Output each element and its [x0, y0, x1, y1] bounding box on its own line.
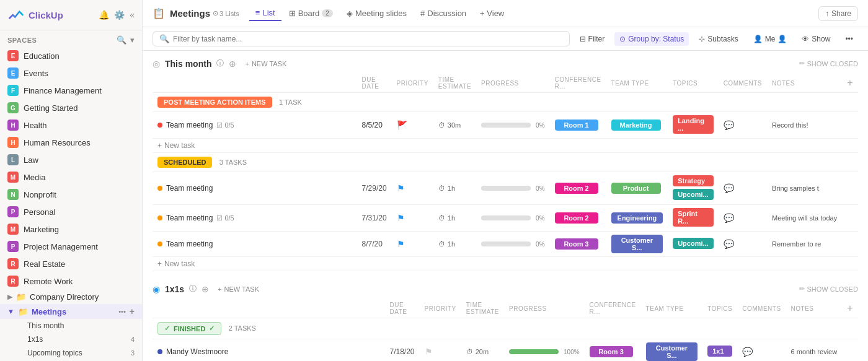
comment-icon[interactable]: 💬 — [724, 239, 734, 249]
topics-cell: 1x1 — [702, 339, 737, 362]
search-input[interactable] — [173, 35, 297, 43]
show-icon: 👁 — [802, 35, 809, 43]
time-cell: ⏱ 1h — [433, 232, 476, 257]
comment-icon[interactable]: 💬 — [724, 213, 734, 223]
upcoming-topics-count: 3 — [131, 349, 135, 357]
add-column-icon[interactable]: + — [847, 77, 853, 88]
sidebar-subitem-upcoming-topics[interactable]: Upcoming topics 3 — [0, 346, 142, 360]
show-closed-1x1s[interactable]: ✏ SHOW CLOSED — [799, 285, 858, 293]
notification-icon[interactable]: 🔔 — [99, 10, 109, 20]
comment-icon[interactable]: 💬 — [742, 347, 753, 357]
new-task-link[interactable]: + New task — [157, 141, 853, 150]
expand-icon: ▶ — [7, 293, 12, 301]
sidebar-item-events[interactable]: E Events — [0, 64, 142, 82]
sidebar: ClickUp 🔔 ⚙️ « SPACES 🔍 ▾ E Education E … — [0, 0, 143, 361]
progress-bar — [509, 349, 559, 354]
task-name-label[interactable]: Team meeting — [166, 240, 213, 248]
new-task-link-2[interactable]: + New task — [157, 259, 853, 268]
sidebar-item-health[interactable]: H Health — [0, 116, 142, 134]
tab-discussion[interactable]: # Discussion — [414, 6, 472, 20]
add-column-icon-1x1s[interactable]: + — [847, 303, 853, 313]
sidebar-item-law[interactable]: L Law — [0, 151, 142, 168]
task-name-label[interactable]: Mandy Westmoore — [166, 347, 228, 356]
search-box[interactable]: 🔍 — [153, 31, 570, 46]
me-button[interactable]: 👤 Me 👤 — [748, 32, 792, 46]
sidebar-item-project-mgmt[interactable]: P Project Management — [0, 238, 142, 255]
toolbar: 🔍 ⊟ Filter ⊙ Group by: Status ⊹ Subtasks… — [143, 27, 868, 51]
circle-icon: ⊙ — [213, 9, 218, 17]
tab-meeting-slides[interactable]: ◈ Meeting slides — [340, 6, 413, 20]
plus-icon-1x1s: + — [218, 285, 221, 293]
sidebar-item-personal[interactable]: P Personal — [0, 203, 142, 220]
progress-pct: 0% — [536, 122, 544, 129]
group-by-status-button[interactable]: ⊙ Group by: Status — [614, 32, 689, 46]
topics-cell: Landing ... — [668, 112, 719, 139]
sidebar-item-finance[interactable]: F Finance Management — [0, 82, 142, 99]
sidebar-item-getting-started[interactable]: G Getting Started — [0, 99, 142, 116]
tab-list[interactable]: ≡ List — [249, 6, 281, 21]
task-dot — [157, 241, 162, 246]
sidebar-item-media[interactable]: M Media — [0, 168, 142, 186]
nav-badge-marketing: M — [7, 224, 19, 235]
group-badge-post-meeting: POST MEETING ACTION ITEMS — [157, 97, 272, 108]
sidebar-item-remote-work[interactable]: R Remote Work — [0, 272, 142, 290]
this-month-toggle[interactable]: ◎ — [153, 59, 160, 69]
col-add[interactable]: + — [842, 74, 858, 93]
1x1s-toggle[interactable]: ◉ — [153, 284, 160, 294]
1x1s-new-task[interactable]: + NEW TASK — [214, 284, 263, 294]
more-options-button[interactable]: ••• — [840, 32, 858, 46]
settings-icon[interactable]: ⚙️ — [114, 10, 125, 20]
comments-cell: 💬 — [719, 205, 767, 232]
task-name-label[interactable]: Team meeting — [166, 121, 213, 129]
app-logo[interactable]: ClickUp — [7, 6, 63, 24]
subtasks-button[interactable]: ⊹ Subtasks — [694, 32, 743, 46]
subtask-icon: ☑ 0/5 — [216, 214, 234, 222]
timer-icon: ⏱ — [438, 185, 445, 192]
col-add-1x1s[interactable]: + — [842, 299, 858, 318]
team-tag: Product — [611, 183, 661, 194]
this-month-add-icon[interactable]: ⊕ — [229, 59, 236, 69]
task-name-label[interactable]: Team meeting — [166, 184, 213, 193]
col-priority: PRIORITY — [392, 74, 433, 93]
tab-board[interactable]: ⊞ Board 2 — [283, 6, 339, 20]
sidebar-item-company-directory[interactable]: ▶ 📁 Company Directory — [0, 290, 142, 304]
comment-icon[interactable]: 💬 — [724, 183, 734, 193]
sidebar-item-education[interactable]: E Education — [0, 47, 142, 64]
new-task-row: + New task — [153, 139, 858, 153]
task-name-container: Team meeting ☑ 0/5 — [157, 214, 352, 222]
team-tag: Engineering — [611, 212, 663, 224]
nav-label-marketing: Marketing — [24, 225, 135, 234]
new-task-cell-2: + New task — [153, 257, 858, 271]
search-icon[interactable]: 🔍 — [117, 35, 126, 45]
sidebar-item-marketing[interactable]: M Marketing — [0, 220, 142, 238]
sidebar-item-hr[interactable]: H Human Resources — [0, 134, 142, 151]
chevron-down-icon[interactable]: ▾ — [130, 35, 135, 45]
room-tag: Room 3 — [555, 238, 598, 250]
this-month-new-task[interactable]: + NEW TASK — [241, 59, 290, 69]
share-button[interactable]: ↑ Share — [818, 6, 858, 21]
nav-badge-nonprofit: N — [7, 189, 19, 200]
collapse-icon[interactable]: « — [130, 10, 135, 20]
meetings-options-icon[interactable]: ••• — [118, 308, 126, 315]
sidebar-subitem-this-month[interactable]: This month — [0, 319, 142, 333]
tab-add-view[interactable]: + View — [474, 6, 510, 20]
sidebar-subitem-1x1s[interactable]: 1x1s 4 — [0, 333, 142, 346]
due-date-cell: 7/31/20 — [357, 205, 392, 232]
sidebar-item-nonprofit[interactable]: N Nonprofit — [0, 186, 142, 203]
meetings-add-icon[interactable]: + — [130, 307, 135, 316]
comments-cell: 💬 — [737, 339, 786, 362]
discussion-icon: # — [420, 9, 425, 18]
nav-label-project-mgmt: Project Management — [24, 242, 135, 251]
group-post-meeting-row: POST MEETING ACTION ITEMS 1 TASK — [153, 93, 858, 112]
extra-cell — [842, 232, 858, 257]
sidebar-item-real-estate[interactable]: R Real Estate — [0, 255, 142, 272]
comment-icon[interactable]: 💬 — [724, 120, 734, 130]
filter-button[interactable]: ⊟ Filter — [575, 32, 610, 46]
show-closed-this-month[interactable]: ✏ SHOW CLOSED — [799, 59, 858, 67]
sidebar-item-meetings[interactable]: ▼ 📁 Meetings ••• + — [0, 304, 142, 319]
col-progress-1x1s: PROGRESS — [504, 299, 585, 318]
nav-label-events: Events — [24, 69, 135, 78]
1x1s-add-icon[interactable]: ⊕ — [202, 284, 209, 294]
show-button[interactable]: 👁 Show — [797, 32, 835, 46]
task-name-label[interactable]: Team meeting — [166, 214, 213, 222]
